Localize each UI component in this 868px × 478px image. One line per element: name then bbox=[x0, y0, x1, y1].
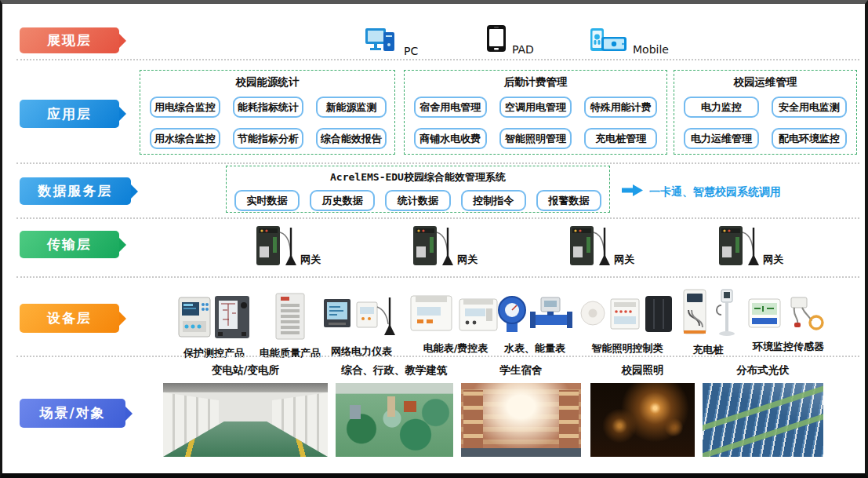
layer-banner-presentation: 展现层 bbox=[20, 27, 119, 53]
scene-campus-lighting: 校园照明 bbox=[590, 363, 695, 457]
scene-label: 综合、行政、教学建筑 bbox=[342, 363, 448, 378]
layer-banner-data-service: 数据服务层 bbox=[20, 177, 131, 205]
terminal-label-pc: PC bbox=[404, 45, 418, 59]
app-module: 用电综合监控 bbox=[150, 97, 220, 118]
scene-distributed-pv: 分布式光伏 bbox=[703, 363, 823, 457]
layer-label: 应用层 bbox=[47, 105, 92, 123]
data-service-item: 控制指令 bbox=[461, 190, 526, 211]
gateway-icon bbox=[410, 224, 456, 272]
gateway-4: 网关 bbox=[716, 224, 783, 272]
environment-sensor-icon bbox=[747, 293, 830, 337]
layer-label: 传输层 bbox=[47, 235, 92, 254]
integration-note: 一卡通、智慧校园系统调用 bbox=[649, 185, 781, 199]
app-module: 电力运维管理 bbox=[684, 128, 759, 149]
scene-label: 学生宿舍 bbox=[500, 363, 543, 378]
app-module: 充电桩管理 bbox=[584, 128, 657, 149]
app-module: 综合能效报告 bbox=[316, 128, 387, 149]
gateway-label: 网关 bbox=[457, 253, 478, 272]
scene-dormitory: 学生宿舍 bbox=[461, 363, 581, 457]
layer-label: 数据服务层 bbox=[38, 182, 113, 200]
layer-separator bbox=[16, 276, 859, 278]
group-title: 校园运维管理 bbox=[684, 75, 847, 89]
diagram-frame: 展现层 PC PAD bbox=[0, 0, 868, 478]
scene-image-campus-buildings bbox=[336, 383, 453, 457]
app-module: 空调用电管理 bbox=[499, 97, 572, 118]
app-group-operation-management: 校园运维管理 电力监控 安全用电监测 电力运维管理 配电环境监控 bbox=[674, 70, 857, 155]
water-meter-icon bbox=[496, 293, 574, 338]
app-module: 智能照明管理 bbox=[499, 128, 572, 149]
layer-banner-device: 设备层 bbox=[20, 304, 119, 333]
app-module: 特殊用能计费 bbox=[584, 97, 657, 118]
device-protection: 保护测控产品 bbox=[175, 293, 253, 360]
gateway-label: 网关 bbox=[763, 253, 783, 272]
gateway-2: 网关 bbox=[410, 224, 478, 272]
scene-label: 校园照明 bbox=[622, 363, 664, 378]
device-label: 电能表/费控表 bbox=[423, 341, 488, 356]
gateway-icon bbox=[253, 224, 299, 272]
network-power-meter-icon bbox=[322, 293, 401, 341]
energy-meter-icon bbox=[409, 293, 502, 338]
scene-image-dormitory bbox=[461, 383, 581, 457]
scene-image-substation bbox=[163, 383, 328, 457]
device-water-meters: 水表、能量表 bbox=[495, 293, 575, 356]
device-label: 保护测控产品 bbox=[183, 346, 245, 360]
layer-separator bbox=[16, 162, 859, 164]
device-network-meter: 网络电力仪表 bbox=[322, 293, 401, 359]
protection-devices-icon bbox=[177, 293, 252, 343]
device-env-sensors: 环境监控传感器 bbox=[743, 293, 833, 354]
group-title: 后勤计费管理 bbox=[414, 75, 657, 89]
app-group-energy-statistics: 校园能源统计 用电综合监控 能耗指标统计 新能源监测 用水综合监控 节能指标分析… bbox=[140, 70, 395, 155]
lighting-control-icon bbox=[579, 293, 675, 338]
gateway-1: 网关 bbox=[253, 224, 321, 272]
data-service-item: 实时数据 bbox=[234, 190, 300, 211]
layer-separator bbox=[16, 217, 859, 219]
layer-banner-scenario: 场景/对象 bbox=[20, 399, 125, 428]
scene-image-campus-lighting bbox=[590, 383, 695, 457]
device-label: 水表、能量表 bbox=[504, 341, 565, 356]
layer-banner-application: 应用层 bbox=[20, 100, 119, 128]
integration-callout: 一卡通、智慧校园系统调用 bbox=[622, 184, 781, 199]
terminal-label-mobile: Mobile bbox=[633, 43, 669, 57]
app-module: 商铺水电收费 bbox=[414, 128, 487, 149]
scene-campus-buildings: 综合、行政、教学建筑 bbox=[336, 363, 453, 457]
gateway-label: 网关 bbox=[300, 253, 321, 272]
terminal-pc: PC bbox=[365, 26, 418, 59]
gateway-3: 网关 bbox=[567, 224, 634, 272]
group-title: 校园能源统计 bbox=[150, 75, 385, 89]
app-module: 新能源监测 bbox=[316, 97, 387, 118]
gateway-icon bbox=[567, 224, 612, 272]
scene-label: 变电站/变电所 bbox=[212, 363, 279, 378]
app-group-billing-management: 后勤计费管理 宿舍用电管理 空调用电管理 特殊用能计费 商铺水电收费 智能照明管… bbox=[404, 70, 667, 155]
data-service-system-box: AcrelEMS-EDU校园综合能效管理系统 实时数据 历史数据 统计数据 控制… bbox=[226, 166, 610, 213]
app-module: 节能指标分析 bbox=[233, 128, 303, 149]
charging-pile-icon bbox=[681, 288, 735, 340]
gateway-label: 网关 bbox=[614, 253, 634, 272]
scene-substation: 变电站/变电所 bbox=[163, 363, 328, 457]
gateway-icon bbox=[716, 224, 761, 272]
pad-icon bbox=[485, 24, 507, 57]
mobile-icon bbox=[589, 27, 628, 57]
terminal-pad: PAD bbox=[485, 24, 534, 57]
app-module: 宿舍用电管理 bbox=[414, 97, 487, 118]
device-label: 环境监控传感器 bbox=[753, 340, 824, 354]
app-module: 用水综合监控 bbox=[150, 128, 220, 149]
power-quality-cabinet-icon bbox=[270, 293, 311, 343]
app-module: 能耗指标统计 bbox=[233, 97, 303, 118]
app-module: 配电环境监控 bbox=[772, 128, 847, 149]
layer-label: 展现层 bbox=[47, 31, 92, 49]
layer-banner-transmission: 传输层 bbox=[20, 231, 119, 258]
pc-icon bbox=[365, 26, 399, 59]
terminal-label-pad: PAD bbox=[512, 43, 534, 57]
device-lighting-control: 智能照明控制类 bbox=[577, 293, 677, 356]
device-energy-meters: 电能表/费控表 bbox=[405, 293, 507, 356]
data-service-item: 统计数据 bbox=[385, 190, 450, 211]
right-arrow-icon bbox=[622, 184, 643, 199]
app-module: 电力监控 bbox=[684, 97, 759, 118]
device-power-quality: 电能质量产品 bbox=[255, 293, 325, 360]
app-module: 安全用电监测 bbox=[772, 97, 847, 118]
data-service-item: 报警数据 bbox=[536, 190, 601, 211]
layer-label: 场景/对象 bbox=[39, 404, 105, 422]
device-label: 电能质量产品 bbox=[260, 346, 321, 360]
data-service-item: 历史数据 bbox=[310, 190, 375, 211]
device-charging-pile: 充电桩 bbox=[681, 288, 735, 357]
